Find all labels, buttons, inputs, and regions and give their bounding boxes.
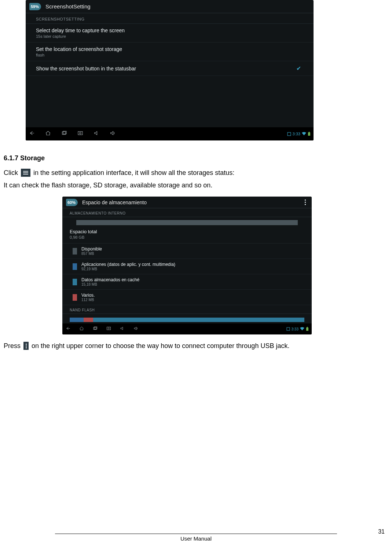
setting-row-showbutton[interactable]: Show the screenshot button in the status… — [26, 61, 314, 76]
svg-point-10 — [108, 328, 110, 329]
home-icon[interactable] — [79, 326, 84, 333]
row-title: Show the screenshot button in the status… — [36, 66, 136, 72]
color-swatch — [73, 279, 77, 285]
paragraph: It can check the flash storage, SD stora… — [4, 179, 388, 191]
storage-item-cache[interactable]: Datos almacenados en caché 15,18 MB — [62, 274, 312, 290]
paragraph: Click in the setting application interfa… — [4, 166, 388, 179]
svg-rect-5 — [308, 132, 310, 136]
app-title: Espacio de almacenamiento — [82, 200, 147, 205]
svg-rect-13 — [307, 327, 308, 327]
wifi-icon — [300, 327, 304, 331]
row-title: Set the location of screenshot storage — [36, 46, 122, 52]
svg-rect-6 — [309, 132, 309, 132]
item-subtitle: 857 MB — [81, 252, 102, 256]
page-footer: 31 User Manual — [4, 534, 388, 542]
section-header: NAND FLASH — [62, 305, 312, 314]
item-subtitle: 92,19 MB — [81, 267, 175, 271]
section-heading: 6.1.7 Storage — [4, 154, 388, 162]
page-number: 31 — [378, 528, 385, 535]
storage-item-apps[interactable]: Aplicaciones (datos de aplic. y cont. mu… — [62, 259, 312, 274]
section-header: SCREENSHOTSETTING — [26, 13, 314, 24]
paragraph: Press on the right upper corner to choos… — [4, 340, 388, 352]
section-header: ALMACENAMIENTO INTERNO — [62, 208, 312, 217]
status-bar: 3:33 — [286, 327, 309, 331]
color-swatch — [73, 294, 77, 301]
wifi-icon — [302, 132, 306, 136]
volume-down-icon[interactable] — [120, 326, 125, 333]
volume-down-icon[interactable] — [93, 130, 100, 138]
row-subtitle: flash — [36, 53, 122, 57]
sd-icon — [287, 132, 291, 136]
item-subtitle: 15,18 MB — [81, 282, 139, 286]
storage-item-misc[interactable]: Varios. 112 MB — [62, 290, 312, 305]
color-swatch — [73, 263, 77, 270]
svg-rect-12 — [306, 327, 308, 331]
clock: 3:33 — [292, 327, 298, 331]
screenshot-icon[interactable] — [77, 130, 84, 138]
battery-badge: 59% — [29, 3, 41, 10]
usage-bar-nand — [62, 314, 312, 323]
volume-up-icon[interactable] — [109, 130, 116, 138]
item-title: Varios. — [81, 293, 95, 298]
svg-rect-11 — [287, 327, 290, 330]
battery-icon — [308, 132, 311, 136]
total-space-row[interactable]: Espacio total 0,98 GB — [62, 227, 312, 244]
back-icon[interactable] — [65, 326, 71, 333]
overflow-menu-icon — [23, 342, 29, 350]
app-header: 59% ScreenshotSetting — [26, 0, 314, 13]
volume-up-icon[interactable] — [133, 326, 139, 333]
svg-point-3 — [80, 132, 81, 134]
usage-bar-internal — [62, 217, 312, 227]
row-title: Select delay time to capture the screen — [36, 28, 125, 33]
row-subtitle: 15s later capture — [36, 34, 125, 39]
system-navbar: 3:33 — [26, 127, 314, 140]
color-swatch — [73, 248, 77, 255]
screenshot-icon[interactable] — [106, 326, 111, 333]
item-title: Aplicaciones (datos de aplic. y cont. mu… — [81, 262, 175, 267]
setting-row-location[interactable]: Set the location of screenshot storage f… — [26, 43, 314, 61]
setting-row-delay[interactable]: Select delay time to capture the screen … — [26, 24, 314, 43]
clock: 3:33 — [293, 132, 300, 136]
overflow-menu-icon[interactable] — [305, 200, 306, 205]
item-subtitle: 112 MB — [81, 298, 95, 302]
status-bar: 3:33 — [287, 132, 311, 136]
storage-item-available[interactable]: Disponible 857 MB — [62, 244, 312, 259]
svg-rect-4 — [287, 132, 291, 136]
back-icon[interactable] — [29, 130, 35, 138]
footer-label: User Manual — [4, 535, 388, 542]
storage-icon — [21, 169, 30, 177]
home-icon[interactable] — [45, 130, 51, 138]
screenshot-storage: 60% Espacio de almacenamiento ALMACENAMI… — [62, 197, 312, 334]
screenshot-screenshotsetting: 59% ScreenshotSetting SCREENSHOTSETTING … — [26, 0, 314, 140]
checkbox-checked-icon[interactable]: ✔ — [296, 65, 301, 72]
recents-icon[interactable] — [92, 326, 98, 333]
battery-badge: 60% — [66, 199, 78, 206]
svg-rect-9 — [107, 327, 111, 330]
recents-icon[interactable] — [61, 130, 67, 138]
row-title: Espacio total — [70, 229, 304, 234]
sd-icon — [286, 327, 290, 331]
system-navbar: 3:33 — [62, 323, 312, 334]
app-title: ScreenshotSetting — [45, 3, 91, 10]
row-subtitle: 0,98 GB — [70, 235, 304, 239]
item-title: Datos almacenados en caché — [81, 277, 139, 282]
svg-rect-2 — [78, 132, 83, 135]
battery-icon — [306, 327, 309, 331]
app-header: 60% Espacio de almacenamiento — [62, 197, 312, 208]
item-title: Disponible — [81, 246, 102, 252]
